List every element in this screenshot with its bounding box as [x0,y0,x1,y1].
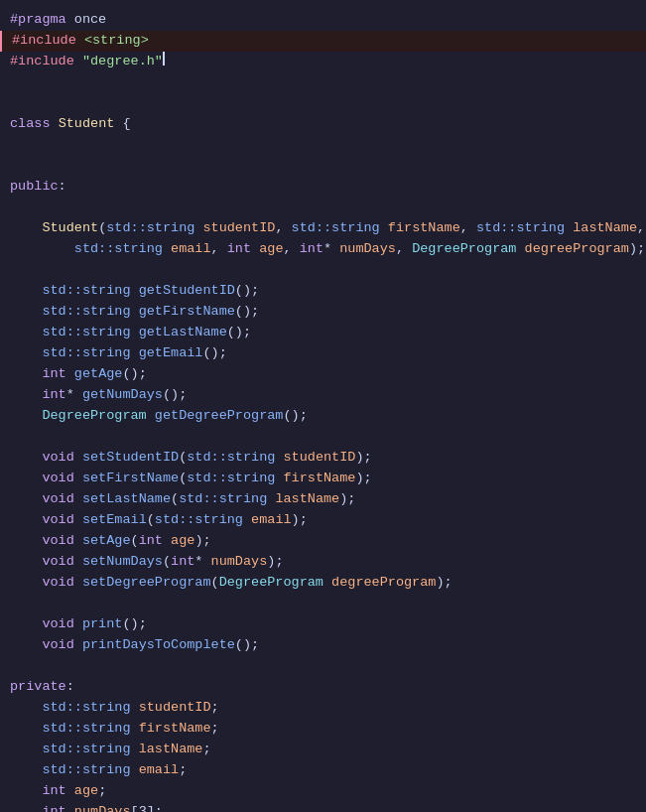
fn-getlastname: getLastName [139,323,227,343]
int-keyword-2: int [300,239,323,260]
std-string-7: std::string [42,323,130,343]
int-keyword-3: int [42,364,65,385]
param-age: age [259,239,283,260]
degreeprogram-type-1: DegreeProgram [412,239,516,260]
code-line-30: void print(); [0,614,646,635]
code-line-28: void setDegreeProgram(DegreeProgram degr… [0,573,646,594]
void-keyword-7: void [42,573,73,594]
std-string-9: std::string [187,448,275,469]
std-string-10: std::string [187,469,275,489]
fn-setfirstname: setFirstName [82,469,179,489]
std-string-15: std::string [42,740,130,760]
code-line-8 [0,156,646,177]
code-line-1: #pragma once [0,10,646,31]
void-keyword-9: void [42,635,73,656]
std-string-4: std::string [74,239,163,260]
void-keyword-1: void [42,448,73,469]
param-studentid: studentID [202,218,275,239]
code-line-19: int* getNumDays(); [0,385,646,406]
class-name: Student [59,114,115,135]
fn-getdegreeprogram: getDegreeProgram [155,406,284,427]
code-line-2: #include <string> [0,31,646,52]
include-keyword-2: #include [10,52,74,72]
include-file: "degree.h" [82,52,163,72]
degreeprogram-type-3: DegreeProgram [219,573,323,594]
field-numdays: numDays [74,802,131,812]
code-line-20: DegreeProgram getDegreeProgram(); [0,406,646,427]
degreeprogram-type-2: DegreeProgram [42,406,146,427]
std-string-6: std::string [42,302,130,323]
code-line-36: std::string lastName; [0,740,646,760]
code-line-5 [0,93,646,114]
std-string-13: std::string [42,698,130,719]
fn-setage: setAge [82,531,131,552]
fn-setlastname: setLastName [82,489,171,510]
void-keyword-2: void [42,469,73,489]
int-keyword-4: int [42,385,65,406]
code-line-26: void setAge(int age); [0,531,646,552]
code-line-25: void setEmail(std::string email); [0,510,646,531]
public-keyword: public [10,177,59,198]
param-lastname: lastName [573,218,637,239]
fn-getfirstname: getFirstName [139,302,235,323]
code-line-39: int numDays[3]; [0,802,646,812]
param-firstname-2: firstName [283,469,355,489]
code-line-9: public: [0,177,646,198]
void-keyword-5: void [42,531,73,552]
param-firstname: firstName [388,218,460,239]
fn-setemail: setEmail [82,510,147,531]
code-line-7 [0,135,646,156]
std-string-12: std::string [155,510,243,531]
code-line-35: std::string firstName; [0,719,646,740]
code-line-15: std::string getFirstName(); [0,302,646,323]
fn-getemail: getEmail [139,343,203,364]
code-line-24: void setLastName(std::string lastName); [0,489,646,510]
field-age: age [74,781,98,802]
fn-setdegreeprogram: setDegreeProgram [82,573,211,594]
int-keyword-8: int [42,802,65,812]
std-string-3: std::string [476,218,565,239]
code-line-33: private: [0,677,646,698]
include-keyword: #include [12,31,76,52]
param-studentid-2: studentID [283,448,355,469]
void-keyword-6: void [42,552,73,573]
code-line-6: class Student { [0,114,646,135]
int-keyword-7: int [42,781,65,802]
code-line-37: std::string email; [0,760,646,781]
param-email: email [171,239,211,260]
std-string-1: std::string [106,218,194,239]
fn-getage: getAge [74,364,123,385]
cursor [163,52,165,66]
code-line-34: std::string studentID; [0,698,646,719]
std-string-14: std::string [42,719,130,740]
code-editor[interactable]: #pragma once #include <string> #include … [0,0,646,812]
param-numdays-2: numDays [211,552,268,573]
code-line-14: std::string getStudentID(); [0,281,646,302]
void-keyword-3: void [42,489,73,510]
fn-getstudentid: getStudentID [139,281,235,302]
param-degreeprogram-2: degreeProgram [331,573,436,594]
int-keyword-1: int [227,239,251,260]
fn-setnumdays: setNumDays [82,552,163,573]
fn-print: print [82,614,123,635]
include-string: <string> [84,31,149,52]
std-string-8: std::string [42,343,130,364]
code-line-12: std::string email, int age, int* numDays… [0,239,646,260]
code-line-38: int age; [0,781,646,802]
code-line-27: void setNumDays(int* numDays); [0,552,646,573]
field-lastname: lastName [139,740,203,760]
std-string-11: std::string [179,489,267,510]
code-line-11: Student(std::string studentID, std::stri… [0,218,646,239]
int-keyword-6: int [171,552,194,573]
param-age-2: age [171,531,194,552]
param-degreeprogram: degreeProgram [525,239,629,260]
std-string-16: std::string [42,760,130,781]
private-keyword: private [10,677,66,698]
code-line-13 [0,260,646,281]
code-line-17: std::string getEmail(); [0,343,646,364]
pragma-keyword: #pragma [10,10,66,31]
param-email-2: email [251,510,292,531]
void-keyword-4: void [42,510,73,531]
field-studentid: studentID [139,698,211,719]
fn-getnumdays: getNumDays [82,385,163,406]
